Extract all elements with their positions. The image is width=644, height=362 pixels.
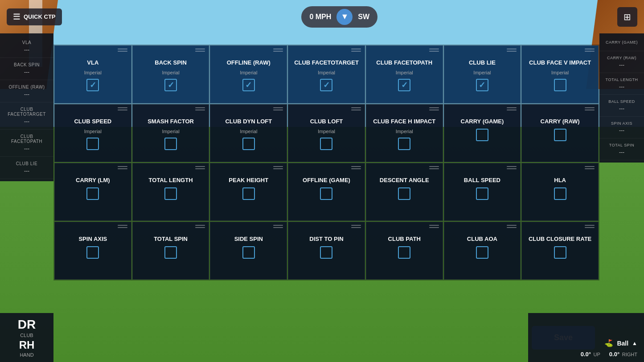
cell-checkbox-r1-c4[interactable] <box>398 138 410 150</box>
facetotarget-label: CLUB FaceToTarget <box>4 107 49 117</box>
cell-checkbox-r2-c2[interactable] <box>242 187 255 200</box>
sidebar-item-ball-speed: BALL SPEED --- <box>599 95 644 117</box>
grid-cell-r0-c1: BACK SPINImperial <box>132 45 209 103</box>
drag-handle[interactable] <box>195 107 205 110</box>
cell-checkbox-r0-c1[interactable] <box>164 79 177 91</box>
drag-handle[interactable] <box>585 166 595 169</box>
quick-ctp-label: QUICK CTP <box>24 13 56 20</box>
drag-handle[interactable] <box>351 225 361 228</box>
drag-handle[interactable] <box>585 107 595 110</box>
sidebar-item-facetotarget: CLUB FaceToTarget --- <box>0 102 53 130</box>
cell-title-r0-c6: CLUB FACE V Impact <box>529 59 591 66</box>
cell-checkbox-r2-c3[interactable] <box>320 187 332 200</box>
drag-handle[interactable] <box>429 166 439 169</box>
cell-title-r3-c5: CLUB AoA <box>467 236 497 243</box>
cell-checkbox-r1-c2[interactable] <box>242 138 255 150</box>
drag-handle[interactable] <box>429 107 439 110</box>
cell-title-r2-c0: CARRY (LM) <box>76 177 110 184</box>
drag-handle[interactable] <box>195 49 205 52</box>
cell-checkbox-r1-c6[interactable] <box>554 129 566 141</box>
cell-checkbox-r1-c1[interactable] <box>164 138 177 150</box>
drag-handle[interactable] <box>118 107 127 110</box>
facetopath-label: CLUB FaceToPath <box>4 134 49 144</box>
cell-checkbox-r0-c2[interactable] <box>242 79 255 91</box>
cell-checkbox-r3-c3[interactable] <box>320 246 332 259</box>
cell-checkbox-r0-c5[interactable] <box>476 79 488 91</box>
cell-checkbox-r0-c6[interactable] <box>554 79 566 91</box>
drag-handle[interactable] <box>507 166 517 169</box>
sidebar-item-vla: VLA --- <box>0 36 53 58</box>
ball-speed-value: --- <box>604 106 640 112</box>
drag-handle[interactable] <box>351 49 361 52</box>
facetopath-value: --- <box>4 146 49 152</box>
drag-handle[interactable] <box>273 49 283 52</box>
hand-code: RH <box>19 339 35 351</box>
cell-unit-r0-c3: Imperial <box>318 70 335 75</box>
grid-cell-r3-c0: SPIN AXIS <box>54 222 131 280</box>
sidebar-item-total-length: TOTAL LENGTH --- <box>599 73 644 95</box>
cell-checkbox-r3-c5[interactable] <box>476 246 488 259</box>
cell-title-r0-c1: BACK SPIN <box>155 59 187 66</box>
cell-checkbox-r3-c0[interactable] <box>86 246 99 259</box>
cell-checkbox-r3-c6[interactable] <box>554 246 566 259</box>
drag-handle[interactable] <box>273 166 283 169</box>
cell-checkbox-r2-c5[interactable] <box>476 187 488 200</box>
sidebar-item-carry-game: CARRY (game) <box>599 36 644 51</box>
drag-handle[interactable] <box>195 225 205 228</box>
drag-handle[interactable] <box>118 49 127 52</box>
cell-checkbox-r2-c6[interactable] <box>554 187 566 200</box>
drag-handle[interactable] <box>429 49 439 52</box>
sidebar-item-carry-raw: CARRY (raw) --- <box>599 51 644 73</box>
drag-handle[interactable] <box>195 166 205 169</box>
cell-checkbox-r0-c3[interactable] <box>320 79 332 91</box>
drag-handle[interactable] <box>351 107 361 110</box>
drag-handle[interactable] <box>507 107 517 110</box>
grid-cell-r0-c3: CLUB FaceToTargetImperial <box>288 45 365 103</box>
cell-checkbox-r1-c3[interactable] <box>320 138 332 150</box>
sidebar-item-spin-axis: SPIN AXIS --- <box>599 117 644 138</box>
total-spin-value: --- <box>604 149 640 155</box>
quick-ctp-button[interactable]: ☰ QUICK CTP <box>7 8 62 25</box>
grid-cell-r0-c4: CLUB FaceToPathImperial <box>366 45 443 103</box>
cell-unit-r1-c1: Imperial <box>162 129 180 134</box>
cell-checkbox-r1-c5[interactable] <box>476 129 488 141</box>
drag-handle[interactable] <box>585 225 595 228</box>
grid-view-button[interactable]: ⊞ <box>617 7 637 27</box>
grid-cell-r2-c1: TOTAL LENGTH <box>132 163 209 221</box>
cell-title-r3-c4: CLUB PATH <box>388 236 421 243</box>
cell-checkbox-r3-c4[interactable] <box>398 246 410 259</box>
cell-checkbox-r3-c1[interactable] <box>164 246 177 259</box>
cell-checkbox-r0-c4[interactable] <box>398 79 410 91</box>
grid-cell-r2-c0: CARRY (LM) <box>54 163 131 221</box>
cell-checkbox-r2-c4[interactable] <box>398 187 410 200</box>
cell-title-r1-c2: CLUB Dyn Loft <box>225 118 272 125</box>
club-sublabel: CLUB <box>20 333 33 338</box>
drag-handle[interactable] <box>351 166 361 169</box>
grid-cell-r3-c6: CLUB Closure Rate <box>521 222 599 280</box>
cell-checkbox-r2-c0[interactable] <box>86 187 99 200</box>
cell-title-r1-c5: CARRY (game) <box>461 118 504 125</box>
sidebar-item-facetopath: CLUB FaceToPath --- <box>0 130 53 157</box>
drag-handle[interactable] <box>118 166 127 169</box>
drag-handle[interactable] <box>429 225 439 228</box>
cell-checkbox-r2-c1[interactable] <box>164 187 177 200</box>
drag-handle[interactable] <box>507 225 517 228</box>
total-spin-label: TOTAL SPIN <box>604 143 640 147</box>
drag-handle[interactable] <box>273 225 283 228</box>
sidebar-item-total-spin: TOTAL SPIN --- <box>599 138 644 160</box>
drag-handle[interactable] <box>118 225 127 228</box>
cell-title-r3-c2: SIDE SPIN <box>234 236 263 243</box>
cell-checkbox-r1-c0[interactable] <box>86 138 99 150</box>
grid-cell-r2-c3: OFFLINE (game) <box>288 163 365 221</box>
facetotarget-value: --- <box>4 118 49 125</box>
grid-cell-r3-c4: CLUB PATH <box>366 222 443 280</box>
cell-checkbox-r3-c2[interactable] <box>242 246 255 259</box>
total-length-value: --- <box>604 84 640 90</box>
drag-handle[interactable] <box>273 107 283 110</box>
ball-row: ⛳ Ball ▲ <box>604 339 637 347</box>
cell-checkbox-r0-c0[interactable] <box>86 79 99 91</box>
cell-unit-r0-c2: Imperial <box>240 70 257 75</box>
drag-handle[interactable] <box>585 49 595 52</box>
cell-unit-r1-c0: Imperial <box>84 129 102 134</box>
drag-handle[interactable] <box>507 49 517 52</box>
